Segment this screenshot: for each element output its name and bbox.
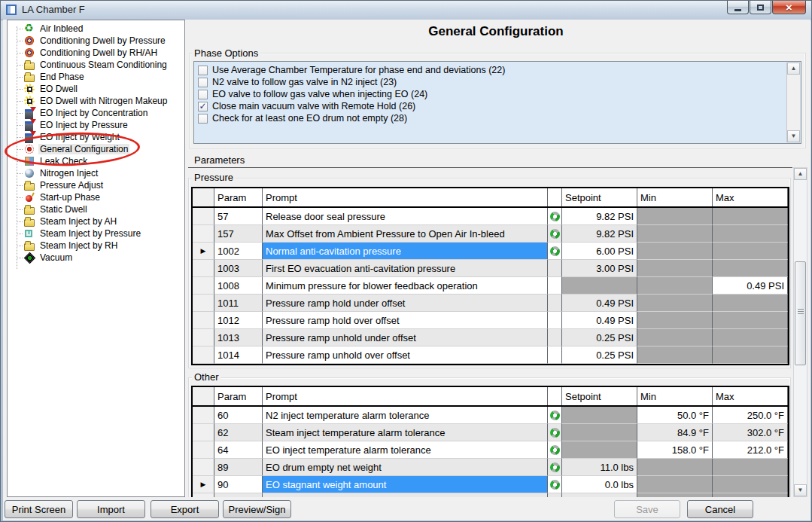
cell-prompt[interactable]: Minimum pressure for blower feedback ope… xyxy=(263,277,548,295)
cell-setpoint[interactable]: 3.00 PSI xyxy=(562,260,637,277)
phase-option[interactable]: Check for at least one EO drum not empty… xyxy=(195,112,801,124)
row-selector[interactable] xyxy=(193,407,214,424)
cell-setpoint[interactable] xyxy=(562,407,637,424)
row-selector[interactable] xyxy=(193,441,214,459)
row-selector[interactable] xyxy=(193,346,214,364)
cell-min[interactable] xyxy=(637,312,713,329)
cell-param[interactable]: 57 xyxy=(214,208,263,225)
cell-setpoint[interactable]: 0.49 PSI xyxy=(562,295,637,312)
cell-max[interactable] xyxy=(713,329,788,346)
cell-prompt[interactable]: EO drum empty net weight xyxy=(263,459,548,476)
cell-param[interactable]: 64 xyxy=(214,441,263,459)
sidebar-item[interactable]: Vacuum xyxy=(8,252,184,264)
cell-max[interactable] xyxy=(713,312,788,329)
cell-prompt[interactable]: Normal anti-cavitation pressure xyxy=(263,243,548,260)
sidebar-item[interactable]: Steam Inject by Pressure xyxy=(8,227,184,240)
cell-prompt[interactable]: Maximum measured gross weight for vacant… xyxy=(263,493,548,497)
cell-setpoint[interactable]: 9.82 PSI xyxy=(562,208,637,225)
cell-prompt[interactable]: First EO evacuation anti-cavitation pres… xyxy=(263,260,548,277)
scroll-up-icon[interactable]: ▲ xyxy=(787,63,800,75)
cell-max[interactable] xyxy=(713,295,788,312)
cell-max[interactable]: 302.0 °F xyxy=(713,424,788,441)
cell-param[interactable]: 1002 xyxy=(214,243,263,260)
checkbox[interactable] xyxy=(198,78,208,87)
cell-min[interactable] xyxy=(637,476,713,493)
cell-setpoint[interactable] xyxy=(562,424,637,441)
row-selector[interactable] xyxy=(193,225,214,243)
cell-setpoint[interactable]: 0.0 lbs xyxy=(562,476,637,493)
row-selector[interactable]: ▶ xyxy=(193,476,214,493)
cell-prompt[interactable]: Pressure ramp hold over offset xyxy=(263,312,548,329)
scroll-down-icon[interactable]: ▼ xyxy=(787,130,800,142)
cell-param[interactable]: 89 xyxy=(214,459,263,476)
cell-param[interactable]: 157 xyxy=(214,225,263,243)
sidebar-item[interactable]: EO Dwell with Nitrogen Makeup xyxy=(8,95,184,107)
cell-min[interactable] xyxy=(637,260,713,277)
cell-prompt[interactable]: Pressure ramp hold under offset xyxy=(263,295,548,312)
print-screen-button[interactable]: Print Screen xyxy=(5,500,73,518)
sidebar-item[interactable]: Conditioning Dwell by Pressure xyxy=(8,35,184,47)
cell-param[interactable]: 1012 xyxy=(214,312,263,329)
row-selector[interactable] xyxy=(193,260,214,277)
phase-option[interactable]: N2 valve to follow gas valve in N2 injec… xyxy=(195,76,801,88)
cell-param[interactable]: 90 xyxy=(214,476,263,493)
cell-prompt[interactable]: Pressure ramp unhold over offset xyxy=(263,346,548,364)
scroll-up-icon[interactable]: ▲ xyxy=(794,168,807,180)
cell-setpoint[interactable]: 11.0 lbs xyxy=(562,459,637,476)
sidebar-item[interactable]: End Phase xyxy=(8,71,184,83)
row-selector[interactable] xyxy=(193,312,214,329)
cell-param[interactable]: 1013 xyxy=(214,329,263,346)
cell-setpoint[interactable]: 0.25 PSI xyxy=(562,346,637,364)
cell-min[interactable] xyxy=(637,243,713,260)
cell-max[interactable] xyxy=(713,260,788,277)
minimize-button[interactable] xyxy=(727,1,749,14)
cell-setpoint[interactable]: 0.25 PSI xyxy=(562,329,637,346)
checkbox[interactable] xyxy=(198,90,208,99)
title-bar[interactable]: LA Chamber F × xyxy=(1,1,811,20)
sidebar-item[interactable]: General Configuration xyxy=(8,143,184,155)
cell-min[interactable]: 84.9 °F xyxy=(637,424,713,441)
cell-max[interactable] xyxy=(713,208,788,225)
listbox-scrollbar[interactable]: ▲ ▼ xyxy=(786,63,800,142)
cell-min[interactable] xyxy=(637,346,713,364)
maximize-button[interactable] xyxy=(750,1,771,14)
row-selector[interactable] xyxy=(193,493,214,497)
export-button[interactable]: Export xyxy=(151,500,219,518)
import-button[interactable]: Import xyxy=(77,500,145,518)
preview-sign-button[interactable]: Preview/Sign xyxy=(223,500,291,518)
checkbox[interactable] xyxy=(198,66,208,75)
cell-param[interactable]: 1011 xyxy=(214,295,263,312)
close-button[interactable]: × xyxy=(772,1,806,14)
row-selector[interactable] xyxy=(193,459,214,476)
sidebar-item[interactable]: Nitrogen Inject xyxy=(8,167,184,179)
scrollbar-thumb[interactable] xyxy=(795,261,806,365)
cell-max[interactable] xyxy=(713,476,788,493)
checkbox[interactable] xyxy=(198,114,208,124)
cell-prompt[interactable]: N2 inject temperature alarm tolerance xyxy=(263,407,548,424)
sidebar-item[interactable]: EO Dwell xyxy=(8,83,184,95)
sidebar-item[interactable]: Static Dwell xyxy=(8,203,184,215)
cell-min[interactable] xyxy=(637,493,713,497)
cell-max[interactable] xyxy=(713,243,788,260)
sidebar-item[interactable]: EO Inject by Weight xyxy=(8,131,184,143)
parameters-scrollbar[interactable]: ▲ ▼ xyxy=(793,167,807,497)
row-selector[interactable] xyxy=(193,424,214,441)
cell-prompt[interactable]: EO inject temperature alarm tolerance xyxy=(263,441,548,459)
row-selector[interactable] xyxy=(193,295,214,312)
cell-prompt[interactable]: Steam inject temperature alarm tolerance xyxy=(263,424,548,441)
cell-max[interactable]: 0.49 PSI xyxy=(713,277,788,295)
cell-min[interactable] xyxy=(637,225,713,243)
cell-prompt[interactable]: Release door seal pressure xyxy=(263,208,548,225)
cell-setpoint[interactable]: 6.00 PSI xyxy=(562,243,637,260)
scroll-down-icon[interactable]: ▼ xyxy=(794,484,807,496)
phase-option[interactable]: Close main vacuum valve with Remote Hold… xyxy=(195,100,801,112)
cell-min[interactable]: 50.0 °F xyxy=(637,407,713,424)
cell-param[interactable]: 1014 xyxy=(214,346,263,364)
row-selector[interactable] xyxy=(193,208,214,225)
sidebar-item[interactable]: Leak Check xyxy=(8,155,184,167)
cell-setpoint[interactable] xyxy=(562,277,637,295)
cell-param[interactable]: 60 xyxy=(214,407,263,424)
sidebar-item[interactable]: Steam Inject by RH xyxy=(8,240,184,252)
sidebar-item[interactable]: Air Inbleed xyxy=(8,23,184,35)
cell-param[interactable]: 1008 xyxy=(214,277,263,295)
